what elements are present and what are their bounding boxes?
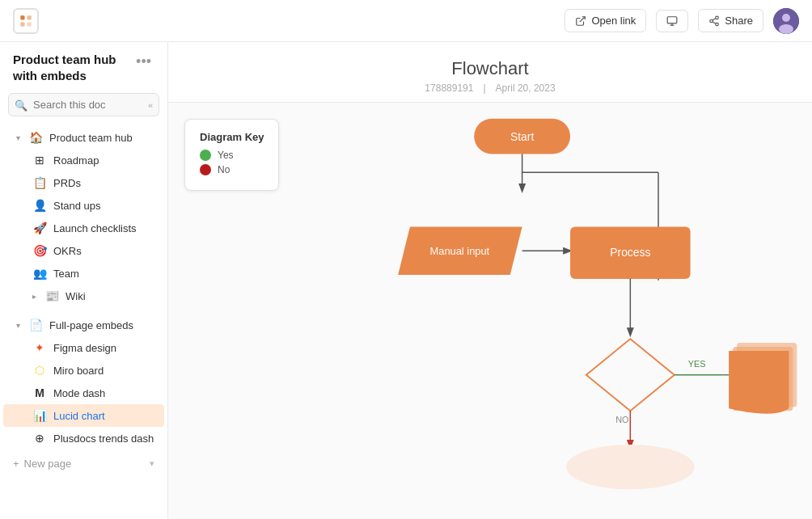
sidebar-label-plusdocs-trends: Plusdocs trends dash <box>53 432 154 445</box>
mode-icon: M <box>32 386 47 400</box>
hub-icon: 🏠 <box>28 130 43 145</box>
app-logo[interactable] <box>13 8 39 34</box>
plus-icon: + <box>13 458 19 470</box>
sidebar-item-miro-board[interactable]: ⬡ Miro board <box>3 359 164 382</box>
sidebar-label-launch-checklists: Launch checklists <box>53 222 137 234</box>
new-page-chevron: ▾ <box>150 458 154 469</box>
view-icon <box>666 15 678 27</box>
manual-input-label: Manual input <box>430 245 490 257</box>
sidebar-item-lucid-chart[interactable]: 📊 Lucid chart <box>3 404 164 427</box>
search-input[interactable] <box>8 93 159 116</box>
sidebar-label-miro-board: Miro board <box>53 365 104 377</box>
prds-icon: 📋 <box>32 175 47 190</box>
process-label: Process <box>610 246 650 259</box>
launch-icon: 🚀 <box>32 221 47 235</box>
svg-rect-1 <box>27 15 32 19</box>
open-link-icon <box>575 15 586 27</box>
sidebar-item-full-page-embeds[interactable]: ▾ 📄 Full-page embeds <box>3 314 164 336</box>
new-page-label: New page <box>24 458 72 470</box>
svg-point-10 <box>716 23 719 26</box>
flowchart-diagram: Start Manual input Process <box>168 103 812 519</box>
svg-line-4 <box>580 16 585 21</box>
sidebar-label-product-team-hub: Product team hub <box>49 132 133 144</box>
svg-rect-0 <box>20 15 24 19</box>
nav-section-main: ▾ 🏠 Product team hub ⊞ Roadmap 📋 PRDs 👤 … <box>0 123 167 310</box>
sidebar-label-figma-design: Figma design <box>53 342 116 354</box>
embeds-icon: 📄 <box>28 318 43 332</box>
okrs-icon: 🎯 <box>32 243 47 258</box>
sidebar-item-figma-design[interactable]: ✦ Figma design <box>3 336 164 359</box>
topbar: Open link Share <box>0 0 812 42</box>
team-icon: 👥 <box>32 266 47 281</box>
search-bar: 🔍 « <box>8 93 159 116</box>
yes-label: YES <box>688 359 706 369</box>
sidebar-label-roadmap: Roadmap <box>53 154 99 167</box>
sidebar-label-wiki: Wiki <box>66 290 86 302</box>
svg-rect-2 <box>20 22 24 26</box>
sidebar-label-lucid-chart: Lucid chart <box>53 410 105 422</box>
sidebar-more-button[interactable]: ••• <box>133 52 154 72</box>
svg-rect-5 <box>667 16 677 23</box>
share-icon <box>708 15 720 27</box>
svg-line-11 <box>713 21 716 23</box>
plusdocs-icon: ⊕ <box>32 431 47 445</box>
content-header: Flowchart 178889191 | April 20, 2023 <box>168 42 812 103</box>
sidebar-label-full-page-embeds: Full-page embeds <box>49 319 133 331</box>
open-link-label: Open link <box>591 15 636 27</box>
avatar-image <box>773 8 799 34</box>
content-area: Flowchart 178889191 | April 20, 2023 Dia… <box>168 42 812 519</box>
sidebar-item-team[interactable]: 👥 Team <box>3 262 164 285</box>
sidebar-item-mode-dash[interactable]: M Mode dash <box>3 382 164 404</box>
sidebar-label-mode-dash: Mode dash <box>53 387 105 399</box>
open-link-button[interactable]: Open link <box>565 9 646 32</box>
doc-date: April 20, 2023 <box>496 82 556 94</box>
roadmap-icon: ⊞ <box>32 153 47 167</box>
lucid-icon: 📊 <box>32 408 47 423</box>
svg-point-15 <box>779 24 793 34</box>
sidebar-item-stand-ups[interactable]: 👤 Stand ups <box>3 194 164 217</box>
sidebar-item-launch-checklists[interactable]: 🚀 Launch checklists <box>3 217 164 239</box>
svg-point-9 <box>710 19 713 23</box>
chevron-down-icon-2: ▾ <box>16 321 20 330</box>
main-layout: Product team hub with embeds ••• 🔍 « ▾ 🏠… <box>0 42 812 519</box>
standups-icon: 👤 <box>32 198 47 213</box>
svg-point-14 <box>782 14 790 22</box>
doc-id: 178889191 <box>425 82 473 94</box>
miro-icon: ⬡ <box>32 363 47 378</box>
wiki-icon: 📰 <box>44 289 59 303</box>
content-meta: 178889191 | April 20, 2023 <box>168 82 812 94</box>
sidebar-label-team: Team <box>53 268 79 280</box>
user-avatar[interactable] <box>773 8 799 34</box>
svg-point-8 <box>716 16 719 19</box>
share-button[interactable]: Share <box>698 9 763 32</box>
share-label: Share <box>725 15 753 27</box>
sidebar-label-prds: PRDs <box>53 177 81 189</box>
diagram-area: Diagram Key Yes No Start <box>168 103 812 519</box>
sidebar-label-okrs: OKRs <box>53 245 82 257</box>
sidebar-title: Product team hub with embeds <box>13 52 133 83</box>
collapse-sidebar-button[interactable]: « <box>148 100 153 110</box>
sidebar-item-plusdocs-trends[interactable]: ⊕ Plusdocs trends dash <box>3 427 164 449</box>
sidebar: Product team hub with embeds ••• 🔍 « ▾ 🏠… <box>0 42 168 519</box>
start-label: Start <box>510 130 534 143</box>
sidebar-item-product-team-hub[interactable]: ▾ 🏠 Product team hub <box>3 126 164 149</box>
chevron-down-icon: ▾ <box>16 133 20 142</box>
chevron-right-icon: ▸ <box>32 292 36 301</box>
sidebar-item-okrs[interactable]: 🎯 OKRs <box>3 239 164 262</box>
view-button[interactable] <box>656 10 688 32</box>
new-page-button[interactable]: + New page ▾ <box>0 453 167 475</box>
nav-section-embeds: ▾ 📄 Full-page embeds ✦ Figma design ⬡ Mi… <box>0 310 167 453</box>
doc-shape-front <box>729 351 789 414</box>
diamond-shape <box>586 339 675 411</box>
sidebar-label-stand-ups: Stand ups <box>53 200 101 212</box>
meta-separator: | <box>483 82 485 94</box>
sidebar-item-roadmap[interactable]: ⊞ Roadmap <box>3 149 164 171</box>
no-label: NO <box>615 415 628 424</box>
svg-line-12 <box>713 18 716 19</box>
search-icon: 🔍 <box>15 99 27 111</box>
sidebar-item-wiki[interactable]: ▸ 📰 Wiki <box>3 285 164 307</box>
page-title: Flowchart <box>168 58 812 79</box>
end-oval <box>566 445 694 489</box>
sidebar-item-prds[interactable]: 📋 PRDs <box>3 171 164 194</box>
svg-rect-3 <box>27 22 32 26</box>
